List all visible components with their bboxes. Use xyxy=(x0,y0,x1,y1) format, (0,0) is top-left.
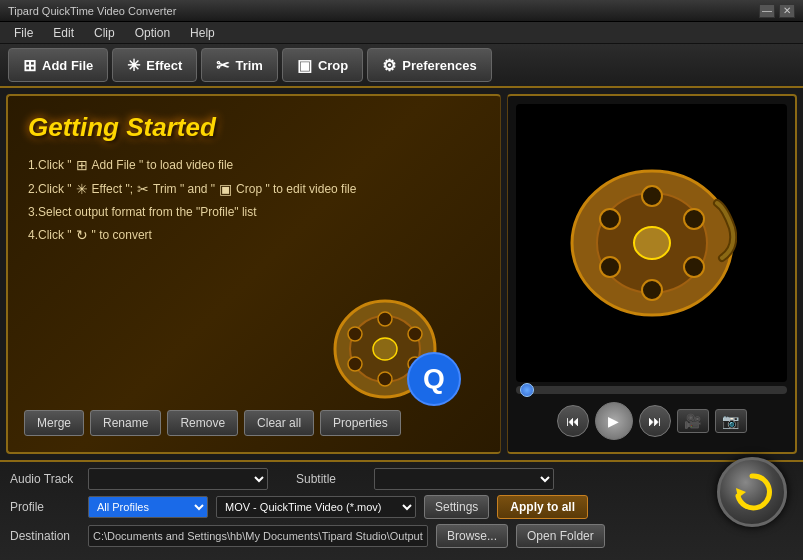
snapshot-button[interactable]: 📷 xyxy=(715,409,747,433)
audio-track-select[interactable] xyxy=(88,468,268,490)
action-buttons: Merge Rename Remove Clear all Properties xyxy=(24,410,401,436)
effect-label: Effect xyxy=(146,58,182,73)
step4-convert-icon: ↻ xyxy=(76,227,88,243)
progress-thumb[interactable] xyxy=(520,383,534,397)
subtitle-select[interactable] xyxy=(374,468,554,490)
audio-subtitle-row: Audio Track Subtitle xyxy=(10,468,793,490)
destination-input[interactable] xyxy=(88,525,428,547)
getting-started-title: Getting Started xyxy=(28,112,480,143)
title-bar: Tipard QuickTime Video Converter — ✕ xyxy=(0,0,803,22)
quicktime-logo-svg: Q xyxy=(407,352,462,407)
browse-button[interactable]: Browse... xyxy=(436,524,508,548)
step-4: 4.Click " ↻ " to convert xyxy=(28,227,480,243)
progress-bar[interactable] xyxy=(516,386,787,394)
svg-point-7 xyxy=(408,327,422,341)
svg-point-3 xyxy=(378,312,392,326)
merge-button[interactable]: Merge xyxy=(24,410,84,436)
svg-point-4 xyxy=(378,372,392,386)
crop-icon: ▣ xyxy=(297,56,312,75)
step-2: 2.Click " ✳ Effect "; ✂ Trim " and " ▣ C… xyxy=(28,181,480,197)
svg-point-2 xyxy=(373,338,397,360)
minimize-button[interactable]: — xyxy=(759,4,775,18)
step-3: 3.Select output format from the "Profile… xyxy=(28,205,480,219)
profile-row: Profile All Profiles MOV - QuickTime Vid… xyxy=(10,495,793,519)
menu-bar: File Edit Clip Option Help xyxy=(0,22,803,44)
menu-edit[interactable]: Edit xyxy=(43,24,84,42)
subtitle-label: Subtitle xyxy=(296,472,366,486)
menu-clip[interactable]: Clip xyxy=(84,24,125,42)
profile-select[interactable]: All Profiles xyxy=(88,496,208,518)
preferences-label: Preferences xyxy=(402,58,476,73)
fast-forward-button[interactable]: ⏭ xyxy=(639,405,671,437)
svg-point-13 xyxy=(634,227,670,259)
rewind-button[interactable]: ⏮ xyxy=(557,405,589,437)
svg-point-5 xyxy=(348,327,362,341)
quicktime-logo: Q xyxy=(407,352,462,410)
add-file-icon: ⊞ xyxy=(23,56,36,75)
svg-point-19 xyxy=(684,257,704,277)
svg-text:Q: Q xyxy=(423,363,445,394)
step1-file-icon: ⊞ xyxy=(76,157,88,173)
rename-button[interactable]: Rename xyxy=(90,410,161,436)
add-file-button[interactable]: ⊞ Add File xyxy=(8,48,108,82)
right-panel: ⏮ ▶ ⏭ 🎥 📷 xyxy=(507,94,797,454)
toolbar: ⊞ Add File ✳ Effect ✂ Trim ▣ Crop ⚙ Pref… xyxy=(0,44,803,88)
step-1: 1.Click " ⊞ Add File " to load video fil… xyxy=(28,157,480,173)
destination-label: Destination xyxy=(10,529,80,543)
step2-effect-icon: ✳ xyxy=(76,181,88,197)
step2-crop-icon: ▣ xyxy=(219,181,232,197)
trim-button[interactable]: ✂ Trim xyxy=(201,48,277,82)
bottom-panel: Audio Track Subtitle Profile All Profile… xyxy=(0,460,803,560)
svg-point-6 xyxy=(348,357,362,371)
preferences-button[interactable]: ⚙ Preferences xyxy=(367,48,491,82)
crop-button[interactable]: ▣ Crop xyxy=(282,48,363,82)
convert-button[interactable] xyxy=(717,457,787,527)
playback-controls: ⏮ ▶ ⏭ 🎥 📷 xyxy=(557,402,747,440)
svg-point-16 xyxy=(600,209,620,229)
left-panel: Getting Started 1.Click " ⊞ Add File " t… xyxy=(6,94,501,454)
main-content: Getting Started 1.Click " ⊞ Add File " t… xyxy=(0,88,803,460)
menu-file[interactable]: File xyxy=(4,24,43,42)
profile-label: Profile xyxy=(10,500,80,514)
clear-all-button[interactable]: Clear all xyxy=(244,410,314,436)
settings-button[interactable]: Settings xyxy=(424,495,489,519)
close-button[interactable]: ✕ xyxy=(779,4,795,18)
open-folder-button[interactable]: Open Folder xyxy=(516,524,605,548)
format-select[interactable]: MOV - QuickTime Video (*.mov) xyxy=(216,496,416,518)
preview-film-reel xyxy=(567,168,737,318)
menu-option[interactable]: Option xyxy=(125,24,180,42)
menu-help[interactable]: Help xyxy=(180,24,225,42)
svg-point-14 xyxy=(642,186,662,206)
destination-row: Destination Browse... Open Folder xyxy=(10,524,793,548)
svg-point-17 xyxy=(600,257,620,277)
video-preview xyxy=(516,104,787,382)
properties-button[interactable]: Properties xyxy=(320,410,401,436)
add-file-label: Add File xyxy=(42,58,93,73)
window-controls[interactable]: — ✕ xyxy=(759,4,795,18)
step2-trim-icon: ✂ xyxy=(137,181,149,197)
trim-icon: ✂ xyxy=(216,56,229,75)
window-title: Tipard QuickTime Video Converter xyxy=(8,5,176,17)
video-camera-button[interactable]: 🎥 xyxy=(677,409,709,433)
play-button[interactable]: ▶ xyxy=(595,402,633,440)
effect-icon: ✳ xyxy=(127,56,140,75)
svg-point-15 xyxy=(642,280,662,300)
svg-point-18 xyxy=(684,209,704,229)
trim-label: Trim xyxy=(235,58,262,73)
convert-icon xyxy=(730,470,774,514)
audio-track-label: Audio Track xyxy=(10,472,80,486)
effect-button[interactable]: ✳ Effect xyxy=(112,48,197,82)
preferences-icon: ⚙ xyxy=(382,56,396,75)
crop-label: Crop xyxy=(318,58,348,73)
apply-to-all-button[interactable]: Apply to all xyxy=(497,495,588,519)
remove-button[interactable]: Remove xyxy=(167,410,238,436)
